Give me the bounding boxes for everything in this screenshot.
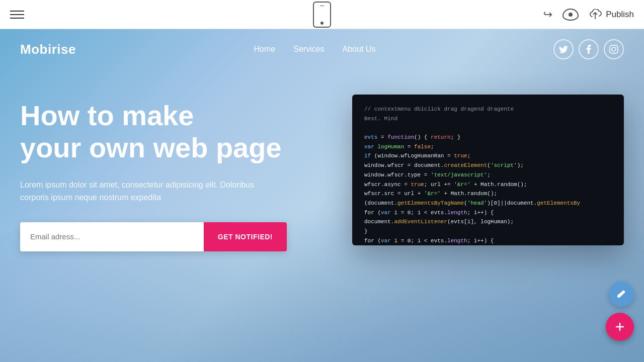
- twitter-icon[interactable]: [553, 39, 574, 59]
- site-navigation: Mobirise Home Services About Us: [0, 29, 644, 69]
- toolbar-right: ↩ Publish: [543, 8, 634, 21]
- preview-eye-icon[interactable]: [562, 9, 579, 20]
- nav-link-services[interactable]: Services: [293, 45, 324, 54]
- toolbar-left: [10, 11, 24, 19]
- svg-point-3: [616, 47, 617, 48]
- add-fab-button[interactable]: [606, 313, 634, 341]
- edit-fab-button[interactable]: [609, 282, 634, 307]
- site-logo: Mobirise: [20, 42, 76, 57]
- publish-button[interactable]: Publish: [589, 9, 634, 20]
- hero-text-block: How to make your own web page Lorem ipsu…: [20, 100, 287, 251]
- nav-link-about[interactable]: About Us: [343, 45, 376, 54]
- upload-cloud-icon: [589, 9, 602, 20]
- hero-content: How to make your own web page Lorem ipsu…: [0, 69, 644, 251]
- hamburger-menu-icon[interactable]: [10, 11, 24, 19]
- preview-area: Mobirise Home Services About Us: [0, 29, 644, 362]
- hero-subtitle: Lorem ipsum dolor sit amet, consectetur …: [20, 178, 282, 204]
- email-form: GET NOTIFIED!: [20, 222, 287, 251]
- publish-label: Publish: [606, 10, 634, 20]
- hero-title: How to make your own web page: [20, 100, 287, 164]
- facebook-icon[interactable]: [579, 39, 599, 59]
- undo-icon[interactable]: ↩: [543, 8, 552, 21]
- mobile-preview-icon[interactable]: [313, 2, 331, 28]
- code-screenshot: // contextmenu dblclick drag dragend dra…: [352, 95, 624, 245]
- toolbar-center: [313, 2, 331, 28]
- instagram-icon[interactable]: [604, 39, 624, 59]
- code-content: // contextmenu dblclick drag dragend dra…: [352, 95, 624, 245]
- social-icons-group: [553, 39, 624, 59]
- email-input[interactable]: [20, 222, 204, 251]
- nav-links: Home Services About Us: [254, 45, 376, 54]
- svg-rect-1: [610, 45, 618, 53]
- svg-point-2: [612, 47, 616, 51]
- nav-link-home[interactable]: Home: [254, 45, 276, 54]
- notify-button[interactable]: GET NOTIFIED!: [204, 222, 287, 251]
- toolbar: ↩ Publish: [0, 0, 644, 29]
